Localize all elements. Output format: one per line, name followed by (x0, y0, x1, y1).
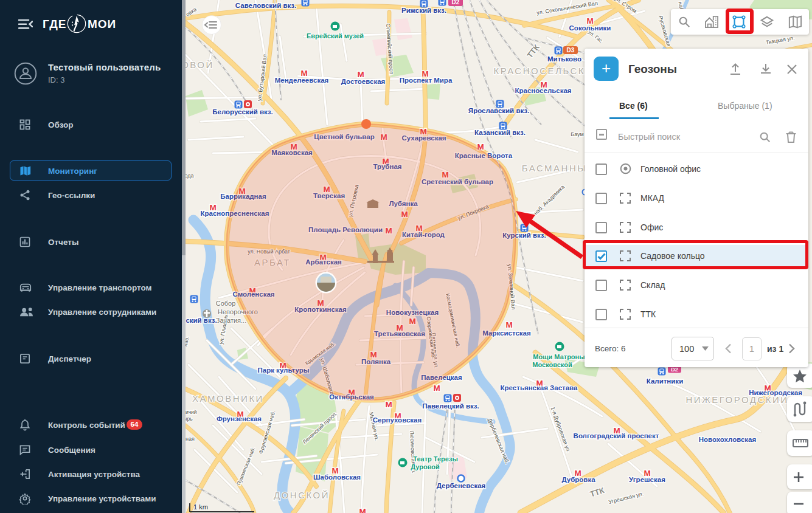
svg-text:Собор: Собор (216, 300, 236, 307)
svg-text:Театр Терезы: Театр Терезы (413, 455, 458, 463)
svg-text:М: М (359, 507, 366, 513)
svg-text:Шаболовская: Шаболовская (313, 473, 361, 481)
svg-text:М: М (505, 320, 512, 329)
svg-text:Крестьянская Застава: Крестьянская Застава (501, 384, 578, 391)
svg-text:Серпуховская: Серпуховская (373, 416, 422, 424)
svg-text:Зачатия...: Зачатия... (216, 317, 246, 324)
svg-text:ский вкз.: ский вкз. (186, 317, 217, 324)
svg-text:Рижский вкз.: Рижский вкз. (401, 7, 446, 14)
svg-text:Сокольники: Сокольники (569, 24, 611, 32)
svg-text:Дуровой: Дуровой (411, 463, 439, 470)
svg-text:Ярославский вкз.: Ярославский вкз. (468, 107, 529, 114)
svg-text:D2: D2 (452, 0, 460, 5)
svg-text:Красносельская: Красносельская (515, 87, 571, 94)
svg-text:ДОНСКОЙ: ДОНСКОЙ (274, 490, 330, 500)
svg-text:Дербеневская: Дербеневская (437, 482, 486, 489)
svg-text:Дубровка: Дубровка (561, 476, 595, 483)
svg-text:Фрунзенская: Фрунзенская (217, 415, 262, 422)
svg-text:Московской: Московской (532, 361, 572, 368)
svg-text:Казанский вкз.: Казанский вкз. (474, 129, 526, 136)
svg-text:Волгоградский проспект: Волгоградский проспект (574, 432, 659, 439)
svg-text:М: М (385, 400, 392, 409)
svg-text:1 km: 1 km (193, 503, 208, 511)
svg-text:ОВОЙ: ОВОЙ (181, 60, 214, 70)
svg-text:Калитники: Калитники (647, 377, 683, 385)
svg-text:D3: D3 (567, 47, 575, 53)
svg-text:Угрешская: Угрешская (629, 476, 665, 483)
svg-text:ХАМОВНИКИ: ХАМОВНИКИ (192, 393, 264, 404)
svg-text:Савеловский вкз.: Савеловский вкз. (235, 2, 296, 9)
svg-text:М: М (433, 384, 440, 393)
svg-text:Новохохловская: Новохохловская (699, 436, 756, 443)
svg-text:Белорусский вкз.: Белорусский вкз. (212, 108, 272, 115)
svg-text:Нижегородская: Нижегородская (749, 389, 802, 396)
svg-text:Еврейский музей: Еврейский музей (307, 32, 364, 40)
svg-text:ода: ода (184, 173, 193, 179)
svg-text:Митьково: Митьково (547, 55, 581, 63)
svg-text:Мощи Матроны: Мощи Матроны (533, 353, 585, 360)
svg-text:Менделеевская: Менделеевская (275, 77, 329, 84)
svg-text:Баум: Баум (571, 131, 583, 137)
svg-text:Достоевская: Достоевская (341, 78, 386, 85)
svg-text:Павелецкий вкз.: Павелецкий вкз. (422, 402, 479, 410)
svg-text:Проспект Мира: Проспект Мира (400, 77, 453, 84)
